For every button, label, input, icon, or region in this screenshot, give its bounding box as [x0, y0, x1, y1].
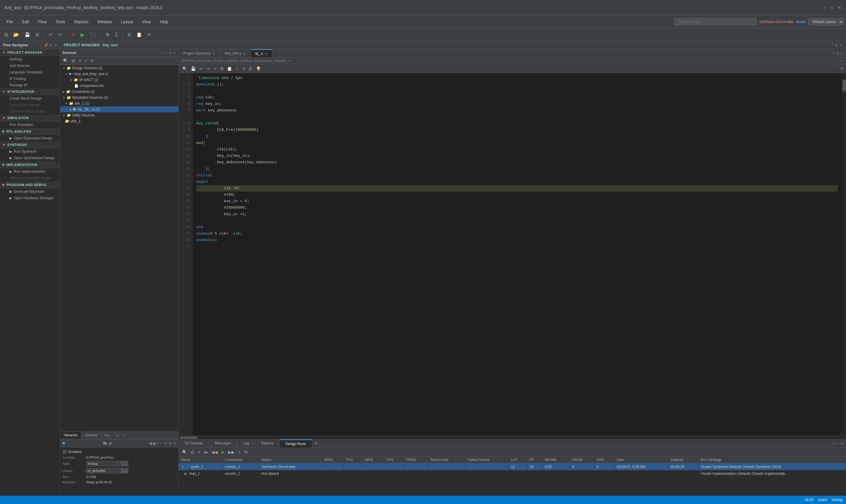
sources-search-btn[interactable]: 🔍: [62, 58, 69, 64]
editor-question-icon[interactable]: ?: [832, 51, 834, 55]
bottom-percent-btn[interactable]: %: [243, 449, 249, 455]
sfp-minimize-icon[interactable]: ─: [160, 442, 162, 445]
menu-help[interactable]: Help: [156, 18, 173, 25]
toolbar-delete-btn[interactable]: ✕: [70, 31, 77, 39]
h-scroll-thumb[interactable]: [180, 436, 198, 439]
tab-menu[interactable]: ≡: [121, 432, 126, 439]
minimize-button[interactable]: ─: [823, 5, 826, 10]
code-line-21[interactable]: #20000000;: [196, 204, 838, 211]
section-header-simulation[interactable]: ▼ SIMULATION: [0, 115, 60, 122]
code-line-25[interactable]: always# 5 clk= `clk;: [196, 231, 838, 237]
sources-filter-btn[interactable]: ⊟: [70, 58, 76, 64]
pm-restore-icon[interactable]: ⊡: [835, 43, 838, 47]
sfp-library-browse[interactable]: ...: [122, 468, 128, 473]
editor-delete-btn[interactable]: ✕: [234, 66, 240, 72]
sfp-type-browse[interactable]: ...: [122, 461, 128, 466]
code-line-18[interactable]: clk =0;: [196, 185, 838, 192]
pm-close-icon[interactable]: ✕: [840, 43, 843, 47]
bottom-run-btn[interactable]: ▶: [220, 449, 226, 455]
code-line-9[interactable]: .CLK_Fre(100000000): [196, 127, 838, 133]
editor-restore-icon[interactable]: ⊡: [836, 51, 839, 55]
code-line-8[interactable]: Key_test#(: [196, 120, 838, 127]
editor-cut-btn[interactable]: ✂: [212, 66, 218, 72]
flow-nav-float-icon[interactable]: ⊡: [50, 43, 52, 47]
bottom-first-btn[interactable]: ⏮: [202, 449, 209, 455]
tab-more[interactable]: ▸: [115, 432, 121, 439]
code-line-4[interactable]: reg clk;: [196, 94, 838, 101]
code-line-23[interactable]: [196, 217, 838, 224]
bottom-add-btn[interactable]: +: [237, 449, 242, 455]
tab-key-test-v[interactable]: Key_test.v ✕: [220, 49, 251, 57]
menu-file[interactable]: File: [2, 18, 17, 25]
tree-ip-xact[interactable]: ▼ 📁 IP-XACT (1): [60, 77, 178, 83]
tree-key-test[interactable]: ▼ • Key_test (Key_test.v): [60, 71, 178, 77]
section-header-impl[interactable]: ▶ IMPLEMENTATION: [0, 161, 60, 168]
editor-maximize-icon[interactable]: □: [841, 51, 843, 55]
nav-item-run-simulation[interactable]: Run Simulation: [0, 122, 60, 128]
sources-question-icon[interactable]: ?: [161, 51, 163, 55]
flow-nav-pin-icon[interactable]: 📌: [44, 43, 48, 47]
code-line-12[interactable]: .clk(clk),: [196, 146, 838, 153]
tab-project-summary[interactable]: Project Summary ✕: [179, 49, 220, 57]
sources-close-icon[interactable]: ✕: [173, 51, 176, 55]
menu-view[interactable]: View: [138, 18, 155, 25]
tab-log[interactable]: Log: [237, 439, 255, 448]
tab-design-runs[interactable]: Design Runs: [280, 439, 312, 448]
sources-minimize-icon[interactable]: ─: [165, 51, 167, 55]
sources-float-icon[interactable]: ⊡: [169, 51, 172, 55]
close-button[interactable]: ✕: [838, 5, 841, 10]
editor-comment-btn[interactable]: //: [241, 66, 246, 72]
sources-add-btn[interactable]: +: [84, 58, 88, 64]
nav-item-package-ip[interactable]: Package IP: [0, 82, 60, 88]
sfp-question-icon[interactable]: ?: [157, 442, 158, 445]
impl1-expand[interactable]: ▶: [181, 472, 187, 476]
code-line-15[interactable]: );: [196, 166, 838, 172]
nav-item-add-sources[interactable]: Add Sources: [0, 62, 60, 69]
tree-utils1[interactable]: 📁 utils_1: [60, 118, 178, 124]
code-line-3[interactable]: [196, 88, 838, 94]
code-line-1[interactable]: `timescale 1ns / 1ps: [196, 75, 838, 82]
sfp-next-btn[interactable]: ▶: [153, 441, 157, 446]
code-line-13[interactable]: .key_in(key_in),: [196, 153, 838, 159]
toolbar-save-btn[interactable]: 💾: [23, 31, 32, 39]
toolbar-run-btn[interactable]: ▶: [79, 30, 86, 39]
bottom-question-icon[interactable]: ?: [833, 442, 835, 446]
tab-messages[interactable]: Messages: [209, 439, 237, 448]
menu-tools[interactable]: Tools: [51, 18, 69, 25]
tab-close-key-test-v[interactable]: ✕: [243, 52, 246, 55]
sfp-float-icon[interactable]: ⊡: [164, 442, 167, 445]
toolbar-undo-btn[interactable]: ↩: [47, 31, 54, 39]
section-header-prog[interactable]: ▶ PROGRAM AND DEBUG: [0, 181, 60, 188]
tab-close-tb-v[interactable]: ✕: [265, 52, 267, 56]
nav-item-open-hardware-manager[interactable]: ▶ Open Hardware Manager: [0, 195, 60, 201]
menu-reports[interactable]: Reports: [70, 18, 93, 25]
section-header-ip-integrator[interactable]: ▼ IP INTEGRATOR: [0, 88, 60, 95]
code-line-7[interactable]: [196, 114, 838, 120]
nav-item-run-implementation[interactable]: ▶ Run Implementation: [0, 168, 60, 175]
menu-layout[interactable]: Layout: [117, 18, 137, 25]
sfp-enabled-checkbox[interactable]: ✓ Enabled: [62, 450, 82, 454]
sfp-settings-icon[interactable]: ⚙: [168, 442, 172, 445]
nav-item-settings[interactable]: Settings: [0, 56, 60, 62]
toolbar-cut-btn[interactable]: ✂: [146, 31, 153, 39]
code-line-20[interactable]: key_in = 0;: [196, 198, 838, 204]
nav-item-ip-catalog[interactable]: IP Catalog: [0, 75, 60, 82]
nav-item-create-block-design[interactable]: Create Block Design: [0, 95, 60, 102]
toolbar-redo-btn[interactable]: ↪: [56, 31, 64, 39]
code-line-26[interactable]: endmodule: [196, 237, 838, 244]
toolbar-settings-btn[interactable]: ⚙: [104, 31, 111, 39]
flow-nav-close-icon[interactable]: ✕: [54, 43, 57, 47]
nav-item-language-templates[interactable]: Language Templates: [0, 69, 60, 75]
maximize-button[interactable]: □: [831, 5, 833, 10]
code-line-5[interactable]: reg key_in;: [196, 101, 838, 107]
menu-flow[interactable]: Flow: [34, 18, 51, 25]
sources-expand-btn[interactable]: ≡: [77, 58, 82, 64]
code-content[interactable]: `timescale 1ns / 1psmodule tb_(); reg cl…: [193, 73, 841, 436]
synth1-expand[interactable]: ▼: [181, 465, 184, 469]
sfp-prev-btn[interactable]: ◀: [149, 441, 152, 446]
tree-sim-sources[interactable]: ▼ 📁 Simulation Sources (1): [60, 95, 178, 101]
vertical-scrollbar-thumb[interactable]: [843, 79, 846, 91]
menu-edit[interactable]: Edit: [18, 18, 33, 25]
code-line-24[interactable]: end: [196, 224, 838, 231]
sfp-library-input[interactable]: [86, 468, 122, 473]
